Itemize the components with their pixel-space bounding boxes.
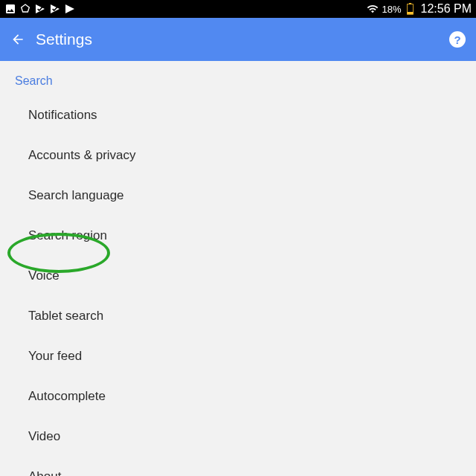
svg-rect-2 bbox=[408, 12, 414, 14]
status-bar-left bbox=[4, 3, 76, 15]
status-bar: 18% 12:56 PM bbox=[0, 0, 476, 18]
settings-item-notifications[interactable]: Notifications bbox=[0, 95, 476, 135]
page-title: Settings bbox=[36, 30, 449, 48]
settings-item-search-language[interactable]: Search language bbox=[0, 176, 476, 216]
clock: 12:56 PM bbox=[421, 2, 472, 16]
battery-percent: 18% bbox=[382, 4, 401, 15]
status-bar-right: 18% 12:56 PM bbox=[367, 2, 472, 16]
wifi-icon bbox=[367, 3, 379, 15]
help-icon[interactable]: ? bbox=[449, 31, 466, 48]
section-header-search: Search bbox=[0, 61, 476, 95]
play-badge-check-icon-2 bbox=[49, 3, 61, 15]
settings-item-video[interactable]: Video bbox=[0, 416, 476, 457]
back-arrow-icon[interactable] bbox=[10, 32, 25, 47]
settings-item-accounts-privacy[interactable]: Accounts & privacy bbox=[0, 135, 476, 176]
image-icon bbox=[4, 3, 16, 15]
settings-item-your-feed[interactable]: Your feed bbox=[0, 336, 476, 376]
settings-item-voice[interactable]: Voice bbox=[0, 256, 476, 296]
play-badge-check-icon bbox=[34, 3, 46, 15]
play-store-icon bbox=[64, 3, 76, 15]
pentagon-icon bbox=[19, 3, 31, 15]
settings-item-autocomplete[interactable]: Autocomplete bbox=[0, 376, 476, 416]
settings-item-tablet-search[interactable]: Tablet search bbox=[0, 296, 476, 336]
settings-item-search-region[interactable]: Search region bbox=[0, 216, 476, 256]
app-bar: Settings ? bbox=[0, 18, 476, 61]
battery-icon bbox=[405, 3, 416, 15]
settings-content: Search Notifications Accounts & privacy … bbox=[0, 61, 476, 476]
settings-item-about[interactable]: About bbox=[0, 457, 476, 476]
